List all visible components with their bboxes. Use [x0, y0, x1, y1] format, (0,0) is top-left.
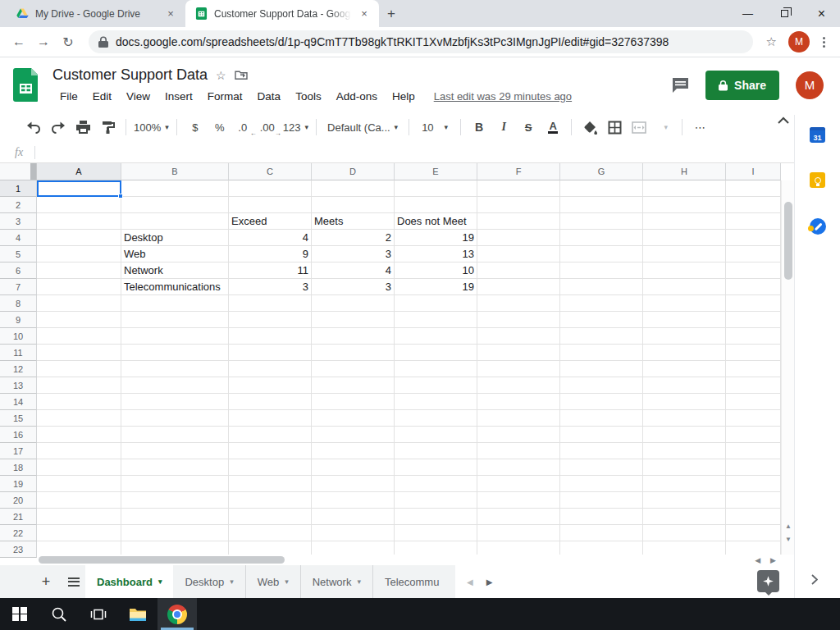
cell-G5[interactable]	[560, 246, 643, 262]
menu-view[interactable]: View	[119, 88, 158, 105]
cell-B17[interactable]	[121, 443, 229, 459]
cell-H14[interactable]	[643, 394, 726, 410]
cell-D17[interactable]	[312, 443, 395, 459]
increase-decimal-button[interactable]: .00→	[258, 116, 280, 138]
menu-insert[interactable]: Insert	[158, 88, 200, 105]
row-header-10[interactable]: 10	[0, 328, 37, 345]
cell-H11[interactable]	[643, 345, 726, 361]
row-header-20[interactable]: 20	[0, 492, 37, 509]
cell-A12[interactable]	[37, 361, 121, 377]
fill-color-icon[interactable]	[579, 116, 600, 138]
strikethrough-button[interactable]: S	[518, 116, 539, 138]
cell-H3[interactable]	[643, 213, 726, 230]
cell-D15[interactable]	[312, 410, 395, 427]
cell-I7[interactable]	[726, 279, 781, 295]
cell-D22[interactable]	[312, 525, 395, 541]
cell-E15[interactable]	[395, 410, 477, 427]
cell-H15[interactable]	[643, 410, 726, 427]
cell-G19[interactable]	[560, 476, 643, 492]
cell-E1[interactable]	[395, 180, 477, 197]
cell-C9[interactable]	[229, 312, 312, 328]
cell-G7[interactable]	[560, 279, 643, 295]
cell-B5[interactable]: Web	[121, 246, 229, 262]
cell-H22[interactable]	[643, 525, 726, 541]
cell-E19[interactable]	[395, 476, 477, 492]
cell-I8[interactable]	[726, 295, 781, 312]
cell-C19[interactable]	[229, 476, 312, 492]
cell-E17[interactable]	[395, 443, 477, 459]
hide-side-panel-icon[interactable]	[811, 574, 818, 585]
cell-A1[interactable]	[37, 180, 121, 197]
cell-F12[interactable]	[477, 361, 560, 377]
browser-avatar[interactable]: M	[788, 31, 810, 52]
last-edit-link[interactable]: Last edit was 29 minutes ago	[434, 90, 572, 103]
cell-B18[interactable]	[121, 459, 229, 476]
cell-I21[interactable]	[726, 509, 781, 525]
row-header-4[interactable]: 4	[0, 230, 37, 246]
cell-C3[interactable]: Exceed	[229, 213, 312, 230]
sheet-tab-menu-icon[interactable]: ▾	[357, 578, 361, 586]
cell-F6[interactable]	[477, 262, 560, 279]
explore-button[interactable]	[757, 570, 779, 592]
cell-H18[interactable]	[643, 459, 726, 476]
taskbar-search-icon[interactable]	[39, 598, 79, 630]
cell-E20[interactable]	[395, 492, 477, 509]
cell-G18[interactable]	[560, 459, 643, 476]
cell-H4[interactable]	[643, 230, 726, 246]
cell-B1[interactable]	[121, 180, 229, 197]
cell-C16[interactable]	[229, 427, 312, 443]
cell-C4[interactable]: 4	[229, 230, 312, 246]
cell-E21[interactable]	[395, 509, 477, 525]
row-header-17[interactable]: 17	[0, 443, 37, 459]
cell-A18[interactable]	[37, 459, 121, 476]
cell-F9[interactable]	[477, 312, 560, 328]
borders-icon[interactable]	[604, 116, 625, 138]
row-header-8[interactable]: 8	[0, 295, 37, 312]
calendar-icon[interactable]: 31	[810, 127, 825, 143]
vertical-scrollbar[interactable]: ▲ ▼	[781, 180, 794, 555]
cell-D5[interactable]: 3	[312, 246, 395, 262]
horizontal-scrollbar-thumb[interactable]	[39, 556, 285, 564]
cell-G3[interactable]	[560, 213, 643, 230]
cell-G14[interactable]	[560, 394, 643, 410]
cell-C14[interactable]	[229, 394, 312, 410]
cell-A5[interactable]	[37, 246, 121, 262]
cell-H20[interactable]	[643, 492, 726, 509]
document-title[interactable]: Customer Support Data	[52, 66, 208, 84]
cell-H9[interactable]	[643, 312, 726, 328]
formula-bar[interactable]: fx	[0, 142, 840, 163]
column-header-C[interactable]: C	[229, 163, 312, 180]
cell-F2[interactable]	[477, 197, 560, 213]
cell-E22[interactable]	[395, 525, 477, 541]
column-header-I[interactable]: I	[726, 163, 781, 180]
cell-F20[interactable]	[477, 492, 560, 509]
undo-icon[interactable]	[23, 116, 44, 138]
cell-F17[interactable]	[477, 443, 560, 459]
forward-icon[interactable]: →	[31, 34, 56, 49]
cell-A20[interactable]	[37, 492, 121, 509]
cell-D1[interactable]	[312, 180, 395, 197]
cell-I12[interactable]	[726, 361, 781, 377]
cell-B7[interactable]: Telecommunications	[121, 279, 229, 295]
row-header-19[interactable]: 19	[0, 476, 37, 492]
cell-F22[interactable]	[477, 525, 560, 541]
sheet-tab-desktop[interactable]: Desktop▾	[173, 565, 245, 598]
row-header-6[interactable]: 6	[0, 262, 37, 279]
cell-C7[interactable]: 3	[229, 279, 312, 295]
cell-D13[interactable]	[312, 377, 395, 394]
bold-button[interactable]: B	[468, 116, 490, 138]
column-header-H[interactable]: H	[643, 163, 726, 180]
share-button[interactable]: Share	[705, 71, 779, 100]
add-sheet-button[interactable]: +	[34, 570, 57, 593]
cell-C15[interactable]	[229, 410, 312, 427]
sheet-tab-menu-icon[interactable]: ▾	[158, 578, 162, 586]
select-all-corner[interactable]	[0, 163, 37, 180]
row-header-5[interactable]: 5	[0, 246, 37, 262]
cell-A14[interactable]	[37, 394, 121, 410]
cell-I18[interactable]	[726, 459, 781, 476]
task-view-icon[interactable]	[79, 598, 118, 630]
cell-I16[interactable]	[726, 427, 781, 443]
row-header-23[interactable]: 23	[0, 541, 37, 558]
cell-F21[interactable]	[477, 509, 560, 525]
cell-I14[interactable]	[726, 394, 781, 410]
